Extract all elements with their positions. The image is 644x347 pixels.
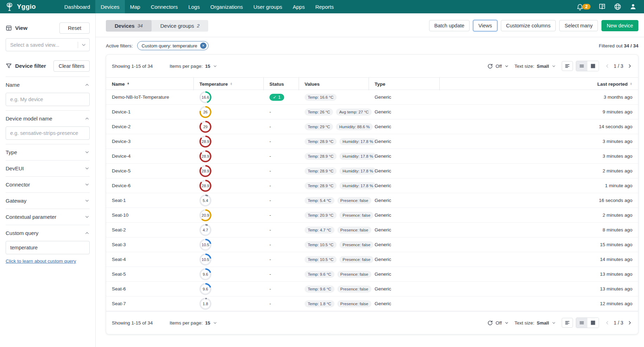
grid-view-icon [590, 63, 596, 69]
device-name-cell[interactable]: Device-5 [112, 168, 194, 174]
auto-refresh-select[interactable]: Off [487, 320, 509, 326]
nav-item-logs[interactable]: Logs [183, 0, 205, 13]
user-icon[interactable] [629, 3, 637, 11]
custom-query-input[interactable] [6, 241, 90, 254]
items-per-page-select[interactable]: Items per page:15 [170, 64, 217, 69]
tab-device-groups[interactable]: Device groups2 [152, 20, 208, 32]
book-icon[interactable] [598, 3, 606, 11]
table-row[interactable]: Device-126-Temp: 26 °CAvg temp: 27 °CGen… [106, 105, 638, 119]
column-header-type[interactable]: Type [369, 78, 440, 90]
table-row[interactable]: Seat-1020.9-Temp: 20.9 °CPresence: false… [106, 208, 638, 223]
clear-filters-button[interactable]: Clear filters [53, 60, 90, 72]
select-many-button[interactable]: Select many [559, 20, 598, 31]
filter-section-label: Type [6, 149, 17, 155]
nav-item-dashboard[interactable]: Dashboard [59, 0, 95, 13]
status-cell: - [264, 109, 299, 114]
filter-section-deveui[interactable]: DevEUI [6, 165, 90, 172]
filter-section-device-model-name[interactable]: Device model name [6, 115, 90, 122]
nav-item-connectors[interactable]: Connectors [146, 0, 183, 13]
value-pill: Temp: 29 °C [305, 123, 333, 130]
tab-devices[interactable]: Devices34 [106, 20, 152, 32]
device-name-cell[interactable]: Demo-NB-IoT-Temperature [112, 94, 194, 100]
brand[interactable]: Yggio [5, 2, 36, 11]
type-cell: Generic [369, 124, 440, 129]
filter-section-custom-query[interactable]: Custom query [6, 229, 90, 237]
filter-section-contextual-parameter[interactable]: Contextual parameter [6, 213, 90, 221]
batch-update-button[interactable]: Batch update [429, 20, 470, 31]
device-name-cell[interactable]: Device-2 [112, 124, 194, 129]
items-per-page-select[interactable]: Items per page:15 [170, 320, 217, 326]
table-row[interactable]: Seat-71.8-Temp: 1.8 °CPresence: falseGen… [106, 296, 638, 311]
active-filter-chip[interactable]: Custom query: temperature× [137, 41, 209, 50]
compact-view-button[interactable] [562, 61, 573, 71]
customize-columns-button[interactable]: Customize columns [501, 20, 556, 31]
table-row[interactable]: Device-328.9-Temp: 28.9 °CHumidity: 17.8… [106, 134, 638, 149]
filter-section-connector[interactable]: Connector [6, 181, 90, 188]
auto-refresh-select[interactable]: Off [487, 63, 509, 69]
column-header-status[interactable]: Status [264, 78, 299, 90]
prev-page-button[interactable] [605, 63, 610, 69]
device-model-name-input[interactable] [6, 126, 90, 140]
saved-view-select[interactable]: Select a saved view... [6, 38, 90, 51]
filter-section-type[interactable]: Type [6, 149, 90, 156]
nav-item-organizations[interactable]: Organizations [205, 0, 248, 13]
column-header-last-reported[interactable]: Last reported▲▼ [573, 78, 632, 90]
reset-button[interactable]: Reset [59, 22, 90, 34]
device-name-cell[interactable]: Device-4 [112, 153, 194, 159]
column-header-values[interactable]: Values [299, 78, 369, 90]
table-row[interactable]: Device-428.9-Temp: 28.9 °CHumidity: 17.8… [106, 149, 638, 164]
list-view-icon [579, 63, 585, 69]
grid-view-button[interactable] [587, 61, 599, 71]
grid-view-button[interactable] [587, 318, 599, 328]
nav-item-apps[interactable]: Apps [287, 0, 310, 13]
table-row[interactable]: Seat-24.7-Temp: 4.7 °CPresence: falseGen… [106, 223, 638, 237]
table-row[interactable]: Seat-310.5-Temp: 10.5 °CPresence: falseG… [106, 237, 638, 252]
device-name-cell[interactable]: Seat-2 [112, 227, 194, 233]
next-page-button[interactable] [627, 63, 632, 69]
views-button[interactable]: Views [473, 20, 497, 31]
prev-page-button[interactable] [605, 320, 610, 326]
temperature-gauge: 28.9 [199, 180, 211, 192]
nav-item-reports[interactable]: Reports [310, 0, 339, 13]
compact-view-button[interactable] [562, 318, 573, 328]
custom-query-help-link[interactable]: Click to learn about custom query [6, 258, 76, 264]
text-size-select[interactable]: Text size:Small [515, 64, 556, 69]
text-size-select[interactable]: Text size:Small [515, 320, 556, 326]
table-row[interactable]: Device-229-Temp: 29 °CHumidity: 88.6 %Ge… [106, 119, 638, 134]
table-row[interactable]: Seat-69.6-Temp: 9.6 °CPresence: falseGen… [106, 282, 638, 296]
device-name-cell[interactable]: Seat-5 [112, 271, 194, 277]
device-name-cell[interactable]: Seat-4 [112, 257, 194, 262]
device-name-cell[interactable]: Seat-10 [112, 212, 194, 218]
globe-icon[interactable] [614, 3, 621, 11]
new-device-button[interactable]: New device [601, 20, 638, 31]
filter-section-name[interactable]: Name [6, 81, 90, 89]
device-name-cell[interactable]: Seat-7 [112, 301, 194, 306]
nav-item-map[interactable]: Map [125, 0, 146, 13]
next-page-button[interactable] [627, 320, 632, 326]
device-name-cell[interactable]: Seat-1 [112, 198, 194, 203]
table-row[interactable]: Seat-59.6-Temp: 9.6 °CPresence: falseGen… [106, 267, 638, 282]
table-row[interactable]: Device-528.9-Temp: 28.9 °CHumidity: 17.8… [106, 164, 638, 178]
name-input[interactable] [6, 93, 90, 106]
nav-item-devices[interactable]: Devices [95, 0, 125, 13]
filter-section-gateway[interactable]: Gateway [6, 197, 90, 204]
table-row[interactable]: Demo-NB-IoT-Temperature16.6✓1Temp: 16.6 … [106, 90, 638, 105]
list-view-button[interactable] [576, 318, 587, 328]
device-name-cell[interactable]: Device-6 [112, 183, 194, 188]
device-name-cell[interactable]: Seat-3 [112, 242, 194, 247]
values-cell: Temp: 9.6 °CPresence: false [299, 271, 369, 278]
device-name-cell[interactable]: Seat-6 [112, 286, 194, 292]
values-cell: Temp: 28.9 °CHumidity: 17.8 % [299, 153, 369, 160]
table-row[interactable]: Device-628.9-Temp: 28.9 °CHumidity: 17.8… [106, 178, 638, 193]
column-header-temperature[interactable]: Temperature▲▼ [194, 78, 264, 90]
device-name-cell[interactable]: Device-1 [112, 109, 194, 114]
column-header-name[interactable]: Name▲▼ [112, 78, 194, 90]
nav-item-user-groups[interactable]: User groups [248, 0, 288, 13]
view-layout-icon [6, 25, 12, 31]
list-view-button[interactable] [576, 61, 587, 71]
device-name-cell[interactable]: Device-3 [112, 139, 194, 144]
table-row[interactable]: Seat-410.5-Temp: 10.5 °CPresence: falseG… [106, 252, 638, 267]
notifications-button[interactable]: 2 [576, 3, 591, 11]
chip-close-icon[interactable]: × [200, 42, 206, 49]
table-row[interactable]: Seat-15.4-Temp: 5.4 °CPresence: falseGen… [106, 193, 638, 208]
